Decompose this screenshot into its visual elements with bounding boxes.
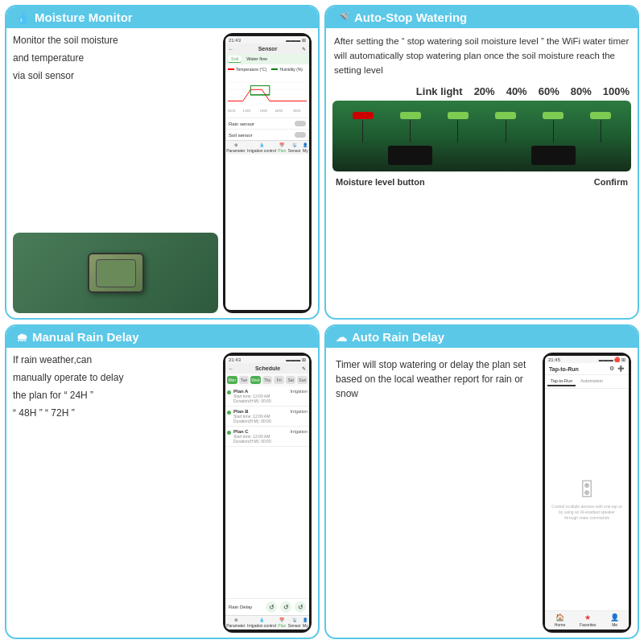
schedule-edit-icon[interactable]: ✎ — [302, 365, 306, 371]
legend-humidity-dot — [271, 68, 278, 70]
level-40: 40% — [506, 85, 527, 97]
sensor-edit-icon[interactable]: ✎ — [302, 46, 306, 52]
sched-nav-irrigation[interactable]: 💧Irrigation control — [247, 617, 276, 628]
level-60-indicator[interactable] — [495, 112, 516, 142]
day-sat[interactable]: Sat — [286, 376, 296, 384]
level-100: 100% — [603, 85, 630, 97]
legend-temp-dot — [228, 68, 234, 70]
auto-rain-header: ☁ Auto Rain Delay — [326, 326, 638, 348]
auto-nav-favorites[interactable]: ★ Favorites — [580, 613, 597, 627]
manual-rain-header: 🌧 Manual Rain Delay — [6, 326, 318, 348]
sensor-back-icon[interactable]: ← — [229, 47, 233, 52]
profile-label: Me — [612, 622, 617, 627]
delay-24h-icon[interactable]: ↺ — [266, 601, 277, 613]
delay-48h-icon[interactable]: ↺ — [280, 601, 291, 613]
nav-my[interactable]: 👤My — [303, 142, 308, 153]
nav-sensor[interactable]: 📡Sensor — [288, 142, 301, 153]
rain-delay-label: Rain Delay — [229, 605, 252, 609]
nav-parameter[interactable]: ⚙Parameter — [226, 142, 245, 153]
moisture-monitor-title: Moisture Monitor — [35, 10, 133, 24]
nav-plan[interactable]: 📅Plan — [278, 142, 286, 153]
moisture-bottom-labels: Moisture level button Confirm — [326, 175, 638, 189]
soil-sensor-toggle[interactable] — [295, 132, 306, 138]
plan-c-dot — [227, 431, 231, 435]
plan-c-info: Plan C Start time: 12:00 AM Duration(H:M… — [233, 429, 288, 444]
tab-water[interactable]: Water flow — [243, 56, 270, 63]
chart-legend: Temperature (°C) Humidity (%) — [228, 67, 307, 72]
moisture-monitor-header: 💧 Moisture Monitor — [6, 6, 318, 28]
plan-b-duration: Duration(H:M): 00:00 — [233, 419, 288, 423]
soil-sensor-image — [13, 233, 218, 313]
link-light-label: Link light — [416, 85, 463, 97]
soil-sensor-row: Soil sensor — [225, 129, 309, 140]
auto-nav-home[interactable]: 🏠 Home — [555, 613, 565, 627]
moisture-monitor-card: 💧 Moisture Monitor Monitor the soil mois… — [5, 5, 320, 320]
plan-c-type: Irrigation — [291, 429, 308, 434]
moisture-indicators-row — [339, 112, 625, 142]
day-sun[interactable]: Sun — [297, 376, 308, 384]
plan-a-duration: Duration(H:M): 00:00 — [233, 398, 288, 403]
sched-nav-parameter[interactable]: ⚙Parameter — [226, 617, 245, 628]
auto-rain-screen-title: Tap-to-Run — [549, 366, 579, 372]
legend-temp-label: Temperature (°C) — [236, 67, 266, 72]
day-tue[interactable]: Tue — [239, 376, 250, 384]
auto-rain-icon: ☁ — [336, 331, 347, 344]
soil-sensor-detail — [96, 259, 136, 287]
level-100-indicator[interactable] — [590, 112, 611, 142]
level-40-indicator[interactable] — [448, 112, 469, 142]
auto-stop-text: After setting the “ stop watering soil m… — [326, 28, 638, 84]
day-thu[interactable]: Thu — [262, 376, 273, 384]
plan-a-item[interactable]: Plan A Start time: 12:00 AM Duration(H:M… — [225, 386, 309, 407]
sched-nav-sensor[interactable]: 📡Sensor — [288, 617, 301, 628]
rain-sensor-toggle[interactable] — [295, 121, 306, 126]
auto-stop-card: 🚿 Auto-Stop Watering After setting the “… — [324, 5, 639, 320]
home-icon: 🏠 — [555, 613, 564, 621]
rain-sensor-label: Rain sensor — [229, 122, 254, 126]
settings-icon[interactable]: ⚙ — [609, 365, 614, 372]
day-mon[interactable]: Mon — [227, 376, 237, 384]
day-fri[interactable]: Fri — [274, 376, 284, 384]
rain-delay-row: Rain Delay ↺ ↺ ↺ — [225, 598, 309, 615]
moisture-level-button-label[interactable]: Moisture level button — [336, 177, 425, 187]
favorites-label: Favorites — [580, 622, 597, 627]
level-20: 20% — [474, 85, 495, 97]
level-20-indicator[interactable] — [400, 112, 421, 142]
profile-icon: 👤 — [610, 613, 619, 621]
add-icon[interactable]: ➕ — [617, 365, 625, 372]
level-80: 80% — [571, 85, 592, 97]
sensor-bottom-nav: ⚙Parameter 💧Irrigation control 📅Plan 📡Se… — [225, 140, 309, 155]
schedule-bottom-nav: ⚙Parameter 💧Irrigation control 📅Plan 📡Se… — [225, 615, 309, 630]
day-wed[interactable]: Wed — [250, 376, 261, 384]
confirm-label[interactable]: Confirm — [594, 177, 628, 187]
sched-nav-my[interactable]: 👤My — [303, 617, 308, 628]
plan-a-type: Irrigation — [291, 389, 308, 394]
link-light-indicator[interactable] — [353, 112, 374, 142]
moisture-visual — [332, 101, 631, 171]
level-80-indicator[interactable] — [543, 112, 564, 142]
plan-c-item[interactable]: Plan C Start time: 12:00 AM Duration(H:M… — [225, 427, 309, 447]
sensor-tabs: Soil Water flow — [225, 54, 309, 64]
auto-stop-title: Auto-Stop Watering — [354, 10, 467, 24]
sensor-status-bar: 21:43 ▬▬▬ ⊞ — [225, 36, 309, 43]
chart-area: Temperature (°C) Humidity (%) — [225, 64, 309, 118]
schedule-list: Plan A Start time: 12:00 AM Duration(H:M… — [225, 386, 309, 598]
tab-tap-to-run[interactable]: Tap-to-Run — [547, 377, 576, 386]
tab-soil[interactable]: Soil — [228, 56, 242, 63]
schedule-back-icon[interactable]: ← — [229, 366, 233, 371]
tab-automation[interactable]: Automation — [577, 377, 606, 386]
auto-stop-icon: 🚿 — [336, 11, 349, 24]
sensor-phone-screen: 21:43 ▬▬▬ ⊞ ← Sensor ✎ Soil Water flow — [225, 36, 309, 310]
moisture-monitor-text: Monitor the soil moisture and temperatur… — [13, 33, 218, 225]
sched-nav-plan[interactable]: 📅Plan — [278, 617, 286, 628]
rain-sensor-row: Rain sensor — [225, 118, 309, 129]
automation-tab-row: Tap-to-Run Automation — [545, 375, 629, 389]
nav-irrigation[interactable]: 💧Irrigation control — [247, 142, 276, 153]
automation-empty-state: 🎛 Control multiple devices with one tap … — [545, 389, 629, 610]
automation-empty-icon: 🎛 — [577, 478, 597, 501]
auto-stop-header: 🚿 Auto-Stop Watering — [326, 6, 638, 28]
auto-nav-profile[interactable]: 👤 Me — [610, 613, 619, 627]
schedule-nav-bar: ← Schedule ✎ — [225, 363, 309, 374]
plan-b-item[interactable]: Plan B Start time: 12:00 AM Duration(H:M… — [225, 407, 309, 427]
delay-72h-icon[interactable]: ↺ — [295, 601, 306, 613]
soil-sensor-box — [88, 253, 144, 293]
